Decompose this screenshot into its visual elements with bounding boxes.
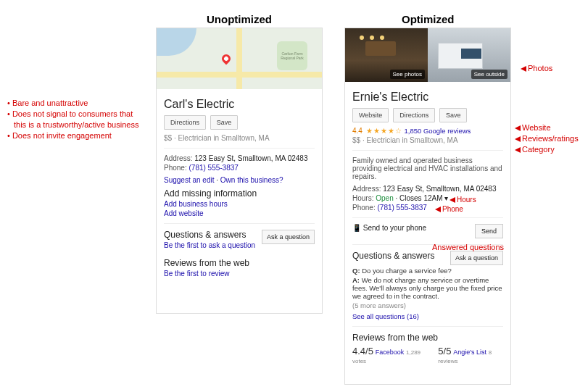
question-text: Do you charge a service fee? bbox=[362, 267, 452, 275]
heading-optimized: Optimized bbox=[402, 13, 455, 25]
address-label: Address: bbox=[352, 185, 383, 193]
arrow-left-icon bbox=[515, 136, 521, 142]
first-review-link[interactable]: Be the first to review bbox=[164, 270, 230, 278]
knowledge-panel-unoptimized: Carlton Farm Regional Park Carl's Electr… bbox=[156, 28, 323, 314]
business-name: Carl's Electric bbox=[164, 98, 315, 111]
directions-button[interactable]: Directions bbox=[164, 115, 206, 130]
address-value: 123 Easy St, Smalltown, MA 02483 bbox=[194, 154, 307, 162]
arrow-left-icon bbox=[515, 125, 521, 131]
left-critique-list: Bare and unattractive Does not signal to… bbox=[7, 98, 138, 141]
address-value: 123 Easy St, Smalltown, MA 02483 bbox=[383, 185, 496, 193]
first-question-link[interactable]: Be the first to ask a question bbox=[164, 241, 255, 249]
see-outside-tag[interactable]: See outside bbox=[471, 70, 508, 79]
annotation-photos: Photos bbox=[521, 64, 552, 72]
annotation-answered-questions: Answered questions bbox=[432, 243, 504, 251]
web-review-item: 5/5 Angie's List 8 reviews bbox=[438, 346, 503, 364]
star-icons: ★★★★☆ bbox=[366, 127, 402, 135]
ask-question-button[interactable]: Ask a question bbox=[262, 230, 315, 244]
knowledge-panel-optimized: See photos See outside Ernie's Electric … bbox=[344, 28, 511, 385]
annotation-hours: Hours bbox=[450, 196, 476, 204]
save-button[interactable]: Save bbox=[439, 108, 468, 122]
see-photos-tag[interactable]: See photos bbox=[390, 70, 425, 79]
send-button[interactable]: Send bbox=[475, 224, 503, 238]
map-water bbox=[157, 28, 196, 56]
add-website-link[interactable]: Add website bbox=[164, 209, 203, 217]
review-source[interactable]: Facebook bbox=[376, 349, 405, 356]
web-reviews-row: 4.4/5 Facebook 1,289 votes 5/5 Angie's L… bbox=[352, 346, 503, 364]
directions-button[interactable]: Directions bbox=[393, 108, 435, 122]
category-text: Electrician in Smalltown, MA bbox=[178, 134, 269, 142]
photo-exterior[interactable]: See outside bbox=[428, 28, 510, 82]
heading-unoptimized: Unoptimized bbox=[207, 13, 272, 25]
web-review-item: 4.4/5 Facebook 1,289 votes bbox=[352, 346, 425, 364]
ask-question-button[interactable]: Ask a question bbox=[450, 251, 503, 265]
reviews-heading: Reviews from the web bbox=[352, 333, 503, 343]
phone-link[interactable]: (781) 555-3837 bbox=[377, 204, 426, 212]
arrow-left-icon bbox=[450, 197, 455, 203]
more-answers[interactable]: (5 more answers) bbox=[352, 301, 503, 309]
photo-interior[interactable]: See photos bbox=[345, 28, 428, 82]
address-label: Address: bbox=[164, 154, 194, 162]
phone-link[interactable]: (781) 555-3837 bbox=[188, 164, 238, 172]
annotation-phone: Phone bbox=[435, 205, 463, 213]
rating-value: 4.4 bbox=[352, 127, 362, 135]
q-label: Q: bbox=[352, 267, 362, 275]
map-park-label: Carlton Farm Regional Park bbox=[277, 41, 307, 70]
critique-item: Does not signal to consumers that bbox=[7, 109, 138, 120]
arrow-left-icon bbox=[515, 147, 521, 153]
website-button[interactable]: Website bbox=[352, 108, 389, 122]
annotation-website: Website bbox=[515, 123, 551, 132]
phone-send-icon: 📱 bbox=[352, 224, 361, 232]
phone-label: Phone: bbox=[352, 204, 377, 212]
annotation-reviews: Reviews/ratings bbox=[515, 134, 579, 143]
open-status: Open bbox=[376, 194, 393, 202]
suggest-edit-link[interactable]: Suggest an edit bbox=[164, 176, 215, 184]
closes-time[interactable]: · Closes 12AM ▾ bbox=[395, 194, 448, 202]
a-label: A: bbox=[352, 276, 362, 284]
critique-item: Does not invite engagement bbox=[7, 130, 138, 141]
photo-row: See photos See outside bbox=[345, 28, 510, 82]
own-business-link[interactable]: Own this business? bbox=[220, 176, 283, 184]
reviews-heading: Reviews from the web bbox=[164, 258, 315, 268]
phone-label: Phone: bbox=[164, 164, 188, 172]
review-source[interactable]: Angie's List bbox=[453, 349, 486, 356]
business-name: Ernie's Electric bbox=[352, 91, 503, 104]
arrow-left-icon bbox=[521, 66, 526, 72]
save-button[interactable]: Save bbox=[210, 115, 239, 130]
arrow-left-icon bbox=[435, 207, 441, 212]
add-info-heading: Add missing information bbox=[164, 188, 315, 199]
review-score: 5/5 bbox=[438, 346, 451, 356]
price-level: $$ bbox=[164, 134, 172, 142]
price-level: $$ bbox=[352, 136, 360, 144]
add-hours-link[interactable]: Add business hours bbox=[164, 200, 228, 208]
hours-label: Hours: bbox=[352, 194, 376, 202]
map-area[interactable]: Carlton Farm Regional Park bbox=[157, 28, 322, 89]
critique-item: Bare and unattractive bbox=[7, 98, 138, 109]
send-to-phone-label: Send to your phone bbox=[363, 224, 426, 232]
answer-text: We do not charge any service or overtime… bbox=[352, 276, 502, 300]
critique-item-cont: this is a trustworthy/active business bbox=[7, 120, 138, 130]
reviews-link[interactable]: 1,850 Google reviews bbox=[404, 127, 471, 135]
category-text: Electrician in Smalltown, MA bbox=[366, 136, 457, 144]
map-road bbox=[236, 28, 242, 89]
review-score: 4.4/5 bbox=[352, 346, 373, 356]
see-all-questions-link[interactable]: See all questions (16) bbox=[352, 312, 419, 320]
map-pin-icon bbox=[220, 53, 233, 65]
business-description: Family owned and operated business provi… bbox=[352, 157, 503, 180]
annotation-category: Category bbox=[515, 145, 555, 154]
